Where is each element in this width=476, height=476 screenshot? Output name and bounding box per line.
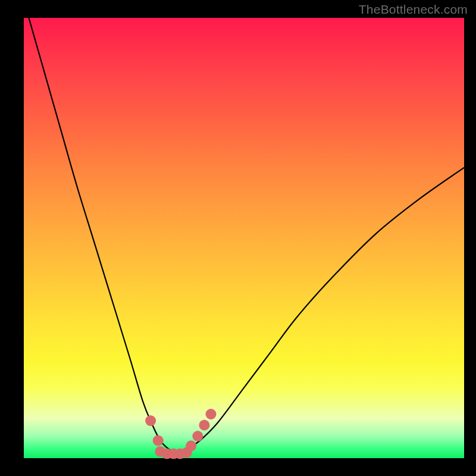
chart-frame: TheBottleneck.com bbox=[0, 0, 476, 476]
plot-area bbox=[24, 18, 464, 458]
curve-marker bbox=[199, 420, 209, 431]
curve-marker bbox=[206, 409, 217, 419]
curve-layer bbox=[24, 18, 464, 458]
curve-marker bbox=[153, 435, 164, 446]
curve-marker bbox=[145, 415, 156, 426]
curve-marker bbox=[186, 440, 196, 451]
bottleneck-curve bbox=[24, 0, 464, 453]
watermark-text: TheBottleneck.com bbox=[359, 2, 468, 17]
curve-marker bbox=[192, 431, 203, 441]
